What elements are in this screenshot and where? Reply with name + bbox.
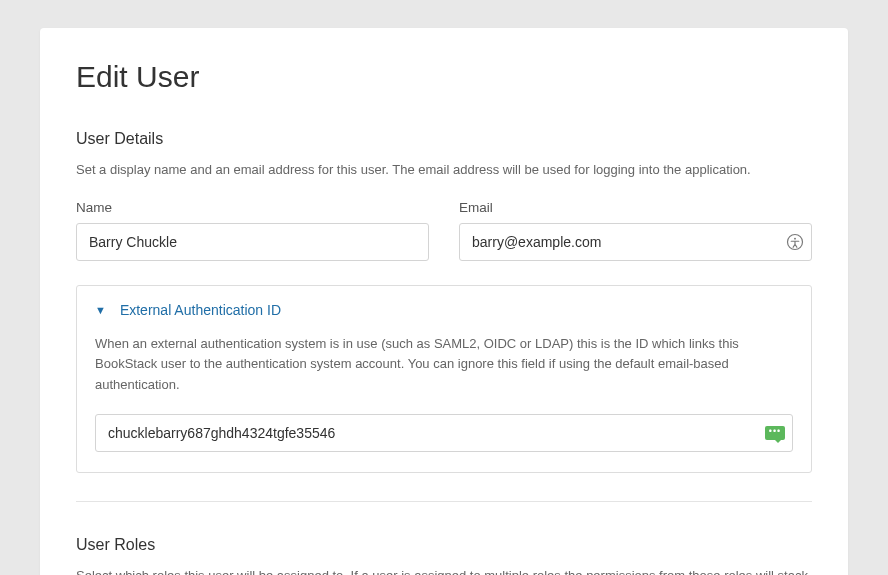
external-auth-toggle[interactable]: ▼ External Authentication ID (95, 302, 793, 318)
user-roles-description: Select which roles this user will be ass… (76, 566, 812, 575)
user-roles-heading: User Roles (76, 536, 812, 554)
accessibility-icon (786, 233, 804, 251)
external-auth-description: When an external authentication system i… (95, 334, 793, 396)
email-input-wrap (459, 223, 812, 261)
external-auth-title: External Authentication ID (120, 302, 281, 318)
edit-user-card: Edit User User Details Set a display nam… (40, 28, 848, 575)
disclosure-triangle-icon: ▼ (95, 304, 106, 316)
page-title: Edit User (76, 60, 812, 94)
name-field-group: Name (76, 200, 429, 261)
email-field-group: Email (459, 200, 812, 261)
name-input-wrap (76, 223, 429, 261)
name-label: Name (76, 200, 429, 215)
email-input[interactable] (459, 223, 812, 261)
section-divider (76, 501, 812, 502)
user-details-heading: User Details (76, 130, 812, 148)
name-input[interactable] (76, 223, 429, 261)
external-auth-input-wrap: ••• (95, 414, 793, 452)
password-manager-badge-icon: ••• (765, 426, 785, 440)
user-details-description: Set a display name and an email address … (76, 160, 812, 180)
external-auth-box: ▼ External Authentication ID When an ext… (76, 285, 812, 473)
email-label: Email (459, 200, 812, 215)
external-auth-input[interactable] (95, 414, 793, 452)
user-details-form-row: Name Email (76, 200, 812, 261)
svg-point-1 (794, 237, 796, 239)
